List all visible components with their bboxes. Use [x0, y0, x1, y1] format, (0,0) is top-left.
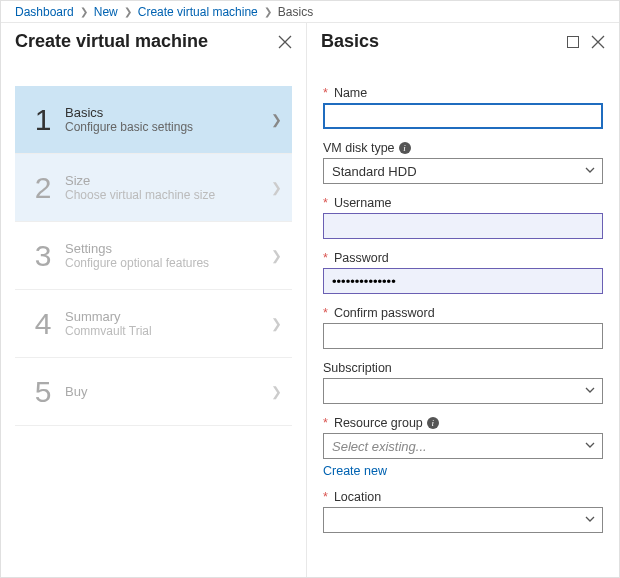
chevron-down-icon [584, 164, 596, 179]
chevron-down-icon [584, 384, 596, 399]
chevron-right-icon: ❯ [271, 180, 282, 195]
breadcrumb-link[interactable]: Create virtual machine [138, 5, 258, 19]
password-field: *Password [323, 251, 603, 294]
chevron-down-icon [584, 439, 596, 454]
step-number: 2 [21, 171, 65, 205]
wizard-step-size[interactable]: 2 Size Choose virtual machine size ❯ [15, 154, 292, 222]
close-icon[interactable] [278, 35, 292, 49]
chevron-down-icon [584, 513, 596, 528]
name-field: *Name [323, 86, 603, 129]
disk-type-select[interactable]: Standard HDD [323, 158, 603, 184]
step-number: 3 [21, 239, 65, 273]
subscription-field: Subscription [323, 361, 603, 404]
step-title: Size [65, 173, 271, 188]
form-panel: Basics *Name VM disk type i [307, 23, 619, 577]
chevron-right-icon: ❯ [271, 248, 282, 263]
panel-title: Create virtual machine [15, 31, 208, 52]
step-number: 4 [21, 307, 65, 341]
info-icon[interactable]: i [399, 142, 411, 154]
close-icon[interactable] [591, 35, 605, 49]
restore-icon[interactable] [567, 36, 579, 48]
field-label: *Confirm password [323, 306, 603, 320]
step-subtitle: Configure basic settings [65, 120, 271, 134]
confirm-password-input[interactable] [323, 323, 603, 349]
create-new-link[interactable]: Create new [323, 464, 603, 478]
confirm-password-field: *Confirm password [323, 306, 603, 349]
field-label: *Username [323, 196, 603, 210]
step-subtitle: Commvault Trial [65, 324, 271, 338]
panel-title: Basics [321, 31, 379, 52]
breadcrumb-link[interactable]: New [94, 5, 118, 19]
username-input[interactable] [323, 213, 603, 239]
wizard-step-settings[interactable]: 3 Settings Configure optional features ❯ [15, 222, 292, 290]
chevron-right-icon: ❯ [271, 112, 282, 127]
disk-type-field: VM disk type i Standard HDD [323, 141, 603, 184]
field-label: *Password [323, 251, 603, 265]
chevron-right-icon: ❯ [271, 316, 282, 331]
step-subtitle: Configure optional features [65, 256, 271, 270]
breadcrumb-current: Basics [278, 5, 313, 19]
wizard-step-summary[interactable]: 4 Summary Commvault Trial ❯ [15, 290, 292, 358]
step-number: 1 [21, 103, 65, 137]
wizard-step-buy[interactable]: 5 Buy ❯ [15, 358, 292, 426]
step-title: Buy [65, 384, 271, 399]
step-title: Summary [65, 309, 271, 324]
resource-group-field: *Resource group i Select existing... Cre… [323, 416, 603, 478]
password-input[interactable] [323, 268, 603, 294]
chevron-right-icon: ❯ [271, 384, 282, 399]
location-select[interactable] [323, 507, 603, 533]
name-input[interactable] [323, 103, 603, 129]
chevron-right-icon: ❯ [124, 6, 132, 17]
subscription-select[interactable] [323, 378, 603, 404]
field-label: *Name [323, 86, 603, 100]
breadcrumb: Dashboard ❯ New ❯ Create virtual machine… [1, 1, 619, 23]
chevron-right-icon: ❯ [80, 6, 88, 17]
step-title: Settings [65, 241, 271, 256]
location-field: *Location [323, 490, 603, 533]
wizard-panel: Create virtual machine 1 Basics Configur… [1, 23, 307, 577]
field-label: *Location [323, 490, 603, 504]
username-field: *Username [323, 196, 603, 239]
wizard-step-basics[interactable]: 1 Basics Configure basic settings ❯ [15, 86, 292, 154]
chevron-right-icon: ❯ [264, 6, 272, 17]
field-label: Subscription [323, 361, 603, 375]
field-label: *Resource group i [323, 416, 603, 430]
step-title: Basics [65, 105, 271, 120]
breadcrumb-link[interactable]: Dashboard [15, 5, 74, 19]
info-icon[interactable]: i [427, 417, 439, 429]
step-subtitle: Choose virtual machine size [65, 188, 271, 202]
step-number: 5 [21, 375, 65, 409]
resource-group-select[interactable]: Select existing... [323, 433, 603, 459]
field-label: VM disk type i [323, 141, 603, 155]
